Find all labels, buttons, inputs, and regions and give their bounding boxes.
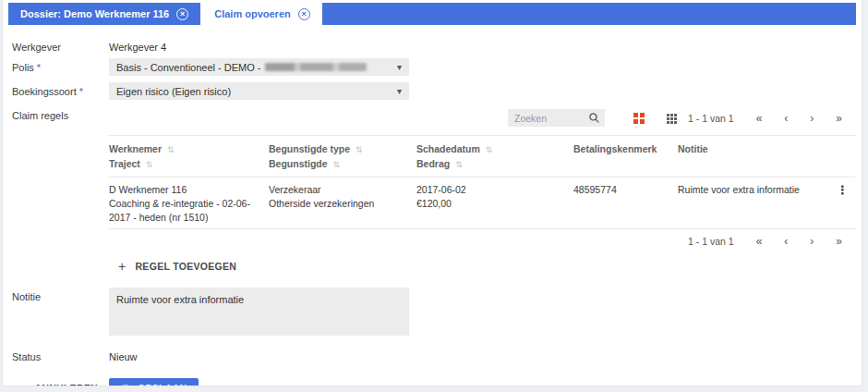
sort-icon: ⇅: [146, 160, 153, 169]
table-pagination-bottom: 1 - 1 van 1 « ‹ › »: [109, 229, 855, 252]
sort-traject[interactable]: Traject⇅: [109, 157, 269, 172]
tab-dossier[interactable]: Dossier: Demo Werknemer 116 ×: [8, 3, 202, 25]
sort-icon: ⇅: [455, 160, 463, 169]
col-werknemer-traject: Werknemer⇅ Traject⇅: [109, 142, 269, 172]
tab-bar: Dossier: Demo Werknemer 116 × Claim opvo…: [8, 3, 856, 25]
required-asterisk: *: [37, 62, 41, 73]
table-row[interactable]: D Werknemer 116 Coaching & re-integratie…: [109, 178, 855, 229]
status-label: Status: [12, 348, 109, 362]
col-betalingskenmerk: Betalingskenmerk: [573, 142, 678, 172]
sort-icon: ⇅: [167, 145, 175, 154]
row-polis: Polis* Basis - Conventioneel - DEMO - ▾: [12, 58, 855, 76]
claim-regels-label: Claim regels: [12, 106, 109, 121]
view-module-icon[interactable]: [633, 113, 638, 117]
cell-begunstigde: Verzekeraar Otherside verzekeringen: [269, 183, 416, 225]
tab-dossier-close-icon[interactable]: ×: [176, 8, 188, 20]
first-page-icon[interactable]: «: [756, 236, 763, 247]
notitie-label: Notitie: [12, 288, 109, 302]
sort-bedrag[interactable]: Bedrag⇅: [416, 157, 573, 172]
prev-page-icon[interactable]: ‹: [784, 113, 788, 124]
col-begunstigde: Begunstigde type⇅ Begunstigde⇅: [269, 142, 416, 172]
bedrag-value: €120,00: [416, 197, 564, 211]
sort-begunstigde[interactable]: Begunstigde⇅: [269, 157, 416, 172]
add-row-button[interactable]: + REGEL TOEVOEGEN: [111, 254, 244, 278]
cancel-button[interactable]: ANNULEREN: [12, 383, 109, 386]
row-notitie: Notitie Ruimte voor extra informatie: [12, 288, 855, 336]
polis-label: Polis*: [12, 58, 109, 73]
polis-select-value: Basis - Conventioneel - DEMO -: [116, 62, 261, 73]
sort-begunstigde-type[interactable]: Begunstigde type⇅: [269, 142, 416, 157]
begunstigde-value: Otherside verzekeringen: [269, 197, 407, 211]
traject-value: Coaching & re-integratie - 02-06-2017 - …: [109, 197, 259, 225]
boekingssoort-select-value: Eigen risico (Eigen risico): [116, 86, 231, 97]
row-boekingssoort: Boekingssoort* Eigen risico (Eigen risic…: [12, 82, 855, 100]
save-button[interactable]: OPSLAAN: [109, 378, 199, 386]
row-claim-regels: Claim regels 1 - 1 van 1 «: [12, 106, 855, 282]
prev-page-icon[interactable]: ‹: [784, 236, 788, 247]
sort-schadedatum[interactable]: Schadedatum⇅: [416, 142, 573, 157]
row-status: Status Nieuw: [12, 348, 855, 362]
cell-werknemer-traject: D Werknemer 116 Coaching & re-integratie…: [109, 183, 269, 225]
last-page-icon[interactable]: »: [836, 236, 842, 247]
sort-werknemer[interactable]: Werknemer⇅: [109, 142, 269, 157]
chevron-down-icon: ▾: [397, 62, 402, 72]
required-asterisk: *: [79, 86, 83, 97]
notitie-textarea[interactable]: Ruimte voor extra informatie: [109, 288, 409, 336]
tab-claim-opvoeren-close-icon[interactable]: ×: [298, 8, 310, 20]
first-page-icon[interactable]: «: [756, 113, 763, 124]
sort-icon: ⇅: [356, 145, 363, 154]
next-page-icon[interactable]: ›: [810, 236, 814, 247]
tab-dossier-label: Dossier: Demo Werknemer 116: [20, 8, 169, 19]
col-actions: [837, 142, 855, 172]
search-icon[interactable]: [588, 112, 600, 124]
chevron-down-icon: ▾: [397, 86, 402, 96]
tab-claim-opvoeren-label: Claim opvoeren: [214, 8, 291, 19]
content-panel: Dossier: Demo Werknemer 116 × Claim opvo…: [2, 0, 862, 386]
pagination-range: 1 - 1 van 1: [688, 236, 734, 247]
status-value: Nieuw: [109, 348, 138, 362]
cell-notitie: Ruimte voor extra informatie: [678, 183, 837, 225]
schadedatum-value: 2017-06-02: [416, 183, 564, 197]
polis-select[interactable]: Basis - Conventioneel - DEMO - ▾: [109, 58, 409, 76]
save-icon: [121, 384, 131, 387]
werknemer-value: D Werknemer 116: [109, 183, 259, 197]
tab-bar-filler: [322, 3, 856, 25]
cell-betalingskenmerk: 48595774: [573, 183, 678, 225]
boekingssoort-label: Boekingssoort*: [12, 82, 109, 97]
table-header: Werknemer⇅ Traject⇅ Begunstigde type⇅ Be…: [109, 135, 855, 178]
save-button-label: OPSLAAN: [138, 383, 187, 386]
claim-regels-table: 1 - 1 van 1 « ‹ › » Werknemer⇅ Traject⇅: [109, 106, 855, 282]
search-box: [508, 109, 605, 127]
last-page-icon[interactable]: »: [836, 113, 842, 124]
col-schadedatum-bedrag: Schadedatum⇅ Bedrag⇅: [416, 142, 573, 172]
sort-icon: ⇅: [333, 160, 341, 169]
add-row-label: REGEL TOEVOEGEN: [135, 261, 236, 272]
next-page-icon[interactable]: ›: [810, 113, 814, 124]
sort-icon: ⇅: [486, 145, 493, 154]
row-menu-icon[interactable]: ⋮: [837, 183, 855, 225]
application-window: Dossier: Demo Werknemer 116 × Claim opvo…: [0, 0, 868, 392]
boekingssoort-select[interactable]: Eigen risico (Eigen risico) ▾: [109, 82, 409, 100]
tab-claim-opvoeren[interactable]: Claim opvoeren ×: [202, 3, 322, 25]
cell-schadedatum-bedrag: 2017-06-02 €120,00: [416, 183, 573, 225]
redacted-text: [265, 63, 367, 71]
plus-icon: +: [118, 259, 126, 274]
row-werkgever: Werkgever Werkgever 4: [12, 38, 855, 53]
col-notitie: Notitie: [678, 142, 837, 172]
table-toolbar: 1 - 1 van 1 « ‹ › »: [109, 106, 855, 135]
claim-form: Werkgever Werkgever 4 Polis* Basis - Con…: [3, 25, 862, 386]
pagination-range: 1 - 1 van 1: [688, 113, 734, 124]
werkgever-value: Werkgever 4: [109, 38, 166, 53]
view-comfy-icon[interactable]: [667, 114, 669, 116]
form-actions: ANNULEREN OPSLAAN: [12, 378, 855, 386]
werkgever-label: Werkgever: [12, 38, 109, 53]
begunstigde-type-value: Verzekeraar: [269, 183, 407, 197]
